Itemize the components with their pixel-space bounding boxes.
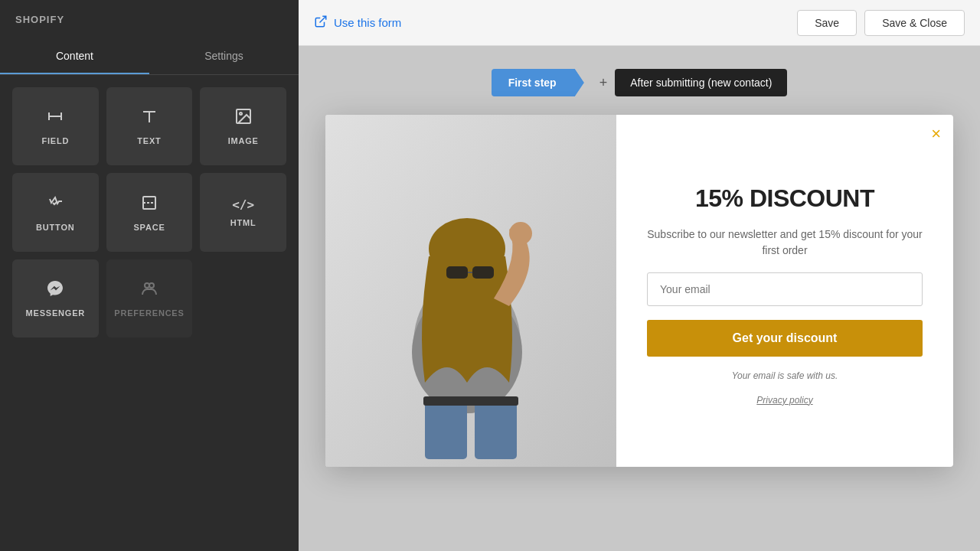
svg-rect-19	[472, 266, 494, 279]
use-form-link[interactable]: Use this form	[314, 15, 401, 31]
messenger-label: MESSENGER	[26, 308, 86, 318]
privacy-text: Your email is safe with us.	[732, 370, 838, 381]
element-space[interactable]: SPACE	[106, 173, 193, 251]
text-label: TEXT	[137, 136, 161, 145]
main-area: Use this form Save Save & Close First st…	[299, 0, 980, 551]
external-link-icon	[314, 15, 328, 31]
field-label: FIELD	[41, 136, 69, 145]
step-first[interactable]: First step	[492, 69, 584, 96]
top-bar: Use this form Save Save & Close	[299, 0, 980, 46]
steps-row: First step + After submitting (new conta…	[492, 69, 788, 96]
text-icon	[140, 107, 158, 130]
element-html[interactable]: </> HTML	[200, 173, 286, 251]
element-field[interactable]: FIELD	[12, 87, 99, 165]
sidebar: SHOPIFY Content Settings FIELD	[0, 0, 299, 551]
svg-line-11	[320, 16, 326, 22]
messenger-icon	[46, 279, 64, 302]
svg-rect-23	[475, 398, 517, 459]
popup-subtitle: Subscribe to our newsletter and get 15% …	[647, 227, 923, 259]
element-messenger[interactable]: MESSENGER	[12, 259, 99, 337]
svg-point-10	[149, 283, 154, 288]
sidebar-tabs: Content Settings	[0, 39, 299, 75]
tab-settings[interactable]: Settings	[149, 39, 299, 74]
element-image[interactable]: IMAGE	[200, 87, 286, 165]
popup-content-side: × 15% DISCOUNT Subscribe to our newslett…	[616, 115, 953, 467]
shopify-logo: SHOPIFY	[0, 0, 299, 39]
use-form-text: Use this form	[334, 16, 401, 29]
cta-button[interactable]: Get your discount	[647, 320, 923, 357]
svg-rect-24	[423, 396, 518, 406]
popup-image-side	[325, 115, 616, 467]
popup-title: 15% DISCOUNT	[695, 184, 874, 213]
svg-rect-22	[425, 398, 467, 459]
svg-point-21	[509, 222, 532, 245]
element-text[interactable]: TEXT	[106, 87, 193, 165]
button-icon	[46, 194, 64, 217]
svg-point-6	[240, 112, 242, 115]
svg-rect-18	[446, 266, 468, 279]
field-icon	[46, 107, 64, 130]
button-label: BUTTON	[36, 223, 74, 232]
popup-modal: × 15% DISCOUNT Subscribe to our newslett…	[325, 115, 953, 467]
space-label: SPACE	[133, 223, 165, 232]
privacy-link[interactable]: Privacy policy	[756, 395, 812, 406]
email-input[interactable]	[647, 272, 923, 306]
save-button[interactable]: Save	[797, 10, 857, 36]
image-icon	[234, 107, 253, 130]
elements-grid: FIELD TEXT	[0, 75, 299, 350]
top-bar-actions: Save Save & Close	[797, 10, 965, 36]
space-icon	[140, 194, 158, 217]
save-close-button[interactable]: Save & Close	[864, 10, 965, 36]
canvas-area: First step + After submitting (new conta…	[299, 46, 980, 551]
image-label: IMAGE	[228, 136, 259, 145]
element-button[interactable]: BUTTON	[12, 173, 99, 251]
app-layout: SHOPIFY Content Settings FIELD	[0, 0, 980, 551]
tab-content[interactable]: Content	[0, 39, 149, 74]
html-icon: </>	[232, 197, 254, 212]
popup-image	[325, 115, 616, 467]
html-label: HTML	[230, 218, 256, 227]
preferences-icon	[140, 279, 158, 302]
step-second[interactable]: After submitting (new contact)	[615, 69, 787, 96]
step-plus: +	[599, 75, 608, 91]
close-button[interactable]: ×	[931, 126, 941, 142]
element-preferences: PREFERENCES	[106, 259, 193, 337]
preferences-label: PREFERENCES	[114, 308, 184, 318]
